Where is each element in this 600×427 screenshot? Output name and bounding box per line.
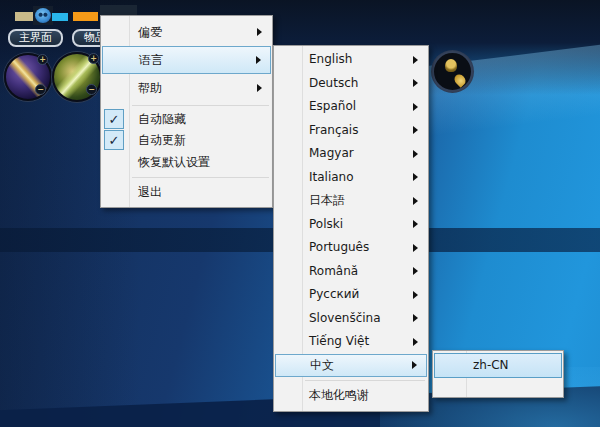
orb2-minus-badge[interactable]: − [86,84,97,95]
menu-item-label: Polski [309,217,343,231]
submenu-arrow-icon [412,361,417,369]
menu-item-Español[interactable]: Español [275,95,427,119]
menu-item-Magyar[interactable]: Magyar [275,142,427,166]
menu-item-label: Español [309,99,356,113]
submenu-arrow-icon [257,84,262,92]
menu-item-blank [434,378,562,394]
menu-item-label: 自动更新 [138,133,186,147]
menu-item-日本語[interactable]: 日本語 [275,189,427,213]
menu-separator [132,105,269,106]
menu-item-Português[interactable]: Português [275,236,427,260]
menu-item-label: 恢复默认设置 [138,155,210,169]
submenu-arrow-icon [413,150,418,158]
menu-item-本地化鸣谢[interactable]: 本地化鸣谢 [275,384,427,408]
main-context-menu: 偏爱语言帮助✓自动隐藏✓自动更新恢复默认设置退出 [100,15,273,208]
desktop-wallpaper[interactable]: 主界面 物品 + − + − 偏爱语言帮助✓自动隐藏✓自动更新恢复默认设置退出 … [0,0,600,427]
menu-item-Italiano[interactable]: Italiano [275,166,427,190]
menu-item-Français[interactable]: Français [275,119,427,143]
menu-item-label: Română [309,264,358,278]
cyan-bar[interactable] [52,13,68,21]
menu-item-Slovenščina[interactable]: Slovenščina [275,307,427,331]
menu-item-帮助[interactable]: 帮助 [102,74,271,102]
menu-item-语言[interactable]: 语言 [102,46,271,74]
orb1-plus-badge[interactable]: + [37,54,48,65]
locale-submenu: zh-CN [432,350,564,398]
gold-flame-icon [452,72,468,88]
menu-item-label: zh-CN [473,358,509,372]
menu-item-label: 偏爱 [138,25,162,39]
menu-item-Deutsch[interactable]: Deutsch [275,72,427,96]
submenu-arrow-icon [413,314,418,322]
submenu-arrow-icon [413,220,418,228]
menu-item-Русский[interactable]: Русский [275,283,427,307]
submenu-arrow-icon [413,244,418,252]
orange-bar[interactable] [73,12,98,21]
menu-item-label: 自动隐藏 [138,112,186,126]
orb2-plus-badge[interactable]: + [88,53,99,64]
menu-item-label: 帮助 [138,81,162,95]
submenu-arrow-icon [413,79,418,87]
menu-item-label: 语言 [139,53,163,67]
menu-item-label: English [309,52,352,66]
menu-item-恢复默认设置[interactable]: 恢复默认设置 [102,151,271,174]
menu-item-zh-CN[interactable]: zh-CN [434,353,562,378]
orb1-minus-badge[interactable]: − [35,84,46,95]
menu-item-label: 本地化鸣谢 [309,388,369,402]
menu-item-中文[interactable]: 中文 [275,354,427,378]
tab-main-interface[interactable]: 主界面 [8,29,63,47]
menu-item-自动更新[interactable]: ✓自动更新 [102,130,271,151]
menu-item-label: Português [309,240,369,254]
menu-item-label: 退出 [138,185,162,199]
submenu-arrow-icon [413,291,418,299]
menu-item-Tiếng Việt[interactable]: Tiếng Việt [275,330,427,354]
menu-item-label: Français [309,123,358,137]
app-blue-face-icon[interactable] [33,6,53,25]
checkbox-checked-icon: ✓ [104,109,124,129]
menu-item-自动隐藏[interactable]: ✓自动隐藏 [102,109,271,130]
checkbox-checked-icon: ✓ [104,130,124,150]
menu-item-label: Italiano [309,170,354,184]
menu-item-label: Tiếng Việt [309,334,369,348]
blue-face-icon [35,8,51,23]
menu-item-退出[interactable]: 退出 [102,181,271,204]
menu-item-English[interactable]: English [275,48,427,72]
submenu-arrow-icon [413,173,418,181]
menu-item-Română[interactable]: Română [275,260,427,284]
submenu-arrow-icon [413,126,418,134]
submenu-arrow-icon [413,103,418,111]
menu-item-label: 日本語 [309,193,345,207]
menu-item-label: 中文 [310,358,334,372]
menu-separator [305,380,425,381]
submenu-arrow-icon [413,56,418,64]
menu-item-Polski[interactable]: Polski [275,213,427,237]
submenu-arrow-icon [413,197,418,205]
navy-bar[interactable] [100,5,137,15]
menu-item-label: Magyar [309,146,354,160]
menu-item-label: Русский [309,287,359,301]
submenu-arrow-icon [413,267,418,275]
menu-item-label: Slovenščina [309,311,381,325]
language-submenu: EnglishDeutschEspañolFrançaisMagyarItali… [273,45,429,412]
submenu-arrow-icon [257,28,262,36]
menu-item-偏爱[interactable]: 偏爱 [102,18,271,46]
submenu-arrow-icon [413,338,418,346]
item-orb-dark-gold[interactable] [432,51,473,92]
tan-bar[interactable] [15,12,33,21]
menu-separator [132,177,269,178]
submenu-arrow-icon [256,56,261,64]
gold-helmet-icon [445,59,457,72]
menu-item-label: Deutsch [309,76,358,90]
